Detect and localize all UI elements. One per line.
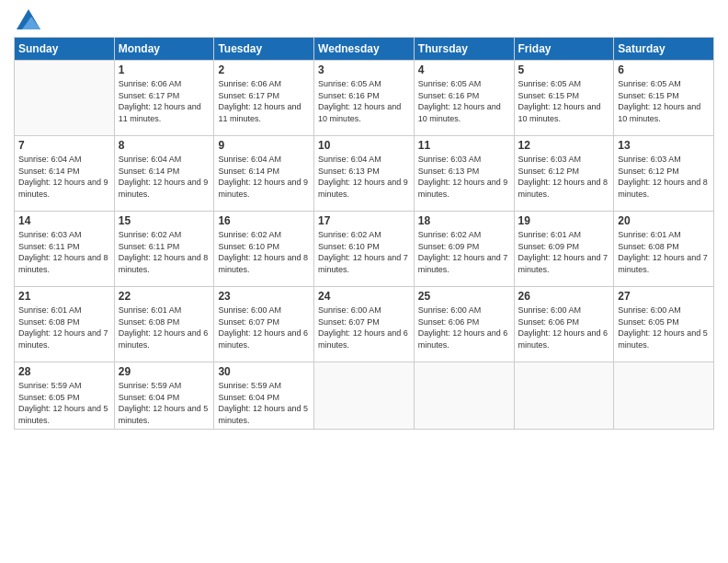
calendar-week-row: 1Sunrise: 6:06 AMSunset: 6:17 PMDaylight… [15,61,714,136]
day-info: Sunrise: 6:03 AMSunset: 6:11 PMDaylight:… [18,229,110,275]
day-number: 3 [318,63,410,76]
day-number: 21 [18,290,110,303]
day-info: Sunrise: 6:01 AMSunset: 6:08 PMDaylight:… [119,304,210,350]
day-number: 8 [119,139,210,152]
calendar-cell: 9Sunrise: 6:04 AMSunset: 6:14 PMDaylight… [214,136,314,212]
day-info: Sunrise: 6:02 AMSunset: 6:11 PMDaylight:… [119,229,210,275]
day-info: Sunrise: 6:00 AMSunset: 6:05 PMDaylight:… [618,304,710,350]
day-info: Sunrise: 6:05 AMSunset: 6:15 PMDaylight:… [618,78,710,124]
day-number: 25 [418,290,510,303]
day-number: 26 [518,290,610,303]
day-info: Sunrise: 6:04 AMSunset: 6:14 PMDaylight:… [18,154,110,200]
calendar-cell [614,362,714,430]
weekday-header: Wednesday [314,38,415,61]
day-info: Sunrise: 6:03 AMSunset: 6:12 PMDaylight:… [518,154,610,200]
day-number: 16 [218,214,310,227]
day-info: Sunrise: 6:01 AMSunset: 6:08 PMDaylight:… [618,229,710,275]
day-number: 17 [318,214,410,227]
day-number: 29 [119,365,210,378]
calendar-cell: 22Sunrise: 6:01 AMSunset: 6:08 PMDayligh… [114,287,214,362]
day-info: Sunrise: 6:05 AMSunset: 6:15 PMDaylight:… [518,78,610,124]
calendar-cell: 23Sunrise: 6:00 AMSunset: 6:07 PMDayligh… [214,287,314,362]
day-number: 22 [119,290,210,303]
calendar-cell: 5Sunrise: 6:05 AMSunset: 6:15 PMDaylight… [514,61,614,136]
logo [14,9,40,29]
calendar-cell: 14Sunrise: 6:03 AMSunset: 6:11 PMDayligh… [15,212,115,287]
day-number: 13 [618,139,710,152]
day-info: Sunrise: 5:59 AMSunset: 6:04 PMDaylight:… [119,380,210,426]
day-info: Sunrise: 6:04 AMSunset: 6:13 PMDaylight:… [318,154,410,200]
day-number: 2 [218,63,310,76]
day-info: Sunrise: 6:04 AMSunset: 6:14 PMDaylight:… [119,154,210,200]
calendar-cell: 2Sunrise: 6:06 AMSunset: 6:17 PMDaylight… [214,61,314,136]
calendar-cell: 29Sunrise: 5:59 AMSunset: 6:04 PMDayligh… [114,362,214,430]
day-info: Sunrise: 6:00 AMSunset: 6:07 PMDaylight:… [318,304,410,350]
day-info: Sunrise: 6:02 AMSunset: 6:10 PMDaylight:… [218,229,310,275]
calendar-week-row: 28Sunrise: 5:59 AMSunset: 6:05 PMDayligh… [15,362,714,430]
calendar-cell: 27Sunrise: 6:00 AMSunset: 6:05 PMDayligh… [614,287,714,362]
day-number: 28 [18,365,110,378]
day-info: Sunrise: 6:00 AMSunset: 6:06 PMDaylight:… [418,304,510,350]
day-info: Sunrise: 6:02 AMSunset: 6:10 PMDaylight:… [318,229,410,275]
calendar-cell [314,362,415,430]
day-number: 27 [618,290,710,303]
calendar-week-row: 7Sunrise: 6:04 AMSunset: 6:14 PMDaylight… [15,136,714,212]
calendar-cell: 16Sunrise: 6:02 AMSunset: 6:10 PMDayligh… [214,212,314,287]
day-number: 18 [418,214,510,227]
day-number: 6 [618,63,710,76]
day-number: 20 [618,214,710,227]
header [14,9,714,29]
calendar: SundayMondayTuesdayWednesdayThursdayFrid… [14,37,714,430]
weekday-header: Tuesday [214,38,314,61]
weekday-header: Thursday [414,38,514,61]
calendar-cell: 10Sunrise: 6:04 AMSunset: 6:13 PMDayligh… [314,136,415,212]
calendar-week-row: 14Sunrise: 6:03 AMSunset: 6:11 PMDayligh… [15,212,714,287]
calendar-cell: 20Sunrise: 6:01 AMSunset: 6:08 PMDayligh… [614,212,714,287]
day-info: Sunrise: 6:02 AMSunset: 6:09 PMDaylight:… [418,229,510,275]
calendar-cell: 7Sunrise: 6:04 AMSunset: 6:14 PMDaylight… [15,136,115,212]
day-number: 14 [18,214,110,227]
day-info: Sunrise: 6:05 AMSunset: 6:16 PMDaylight:… [418,78,510,124]
calendar-cell: 26Sunrise: 6:00 AMSunset: 6:06 PMDayligh… [514,287,614,362]
calendar-cell: 1Sunrise: 6:06 AMSunset: 6:17 PMDaylight… [114,61,214,136]
day-number: 24 [318,290,410,303]
day-number: 4 [418,63,510,76]
weekday-header: Saturday [614,38,714,61]
day-number: 15 [119,214,210,227]
calendar-week-row: 21Sunrise: 6:01 AMSunset: 6:08 PMDayligh… [15,287,714,362]
day-number: 9 [218,139,310,152]
weekday-header: Sunday [15,38,115,61]
calendar-cell: 30Sunrise: 5:59 AMSunset: 6:04 PMDayligh… [214,362,314,430]
calendar-cell [15,61,115,136]
calendar-cell: 25Sunrise: 6:00 AMSunset: 6:06 PMDayligh… [414,287,514,362]
calendar-cell: 17Sunrise: 6:02 AMSunset: 6:10 PMDayligh… [314,212,415,287]
calendar-cell: 8Sunrise: 6:04 AMSunset: 6:14 PMDaylight… [114,136,214,212]
calendar-cell: 3Sunrise: 6:05 AMSunset: 6:16 PMDaylight… [314,61,415,136]
day-info: Sunrise: 6:01 AMSunset: 6:09 PMDaylight:… [518,229,610,275]
day-number: 1 [119,63,210,76]
calendar-cell: 21Sunrise: 6:01 AMSunset: 6:08 PMDayligh… [15,287,115,362]
page: SundayMondayTuesdayWednesdayThursdayFrid… [0,0,728,563]
day-number: 7 [18,139,110,152]
calendar-cell: 18Sunrise: 6:02 AMSunset: 6:09 PMDayligh… [414,212,514,287]
calendar-cell: 12Sunrise: 6:03 AMSunset: 6:12 PMDayligh… [514,136,614,212]
day-info: Sunrise: 6:03 AMSunset: 6:12 PMDaylight:… [618,154,710,200]
day-number: 5 [518,63,610,76]
weekday-header: Monday [114,38,214,61]
day-info: Sunrise: 6:06 AMSunset: 6:17 PMDaylight:… [218,78,310,124]
day-number: 23 [218,290,310,303]
logo-icon [17,9,40,29]
day-info: Sunrise: 6:03 AMSunset: 6:13 PMDaylight:… [418,154,510,200]
day-number: 10 [318,139,410,152]
day-info: Sunrise: 5:59 AMSunset: 6:05 PMDaylight:… [18,380,110,426]
calendar-cell: 4Sunrise: 6:05 AMSunset: 6:16 PMDaylight… [414,61,514,136]
weekday-header: Friday [514,38,614,61]
calendar-cell: 24Sunrise: 6:00 AMSunset: 6:07 PMDayligh… [314,287,415,362]
calendar-cell: 6Sunrise: 6:05 AMSunset: 6:15 PMDaylight… [614,61,714,136]
calendar-cell: 28Sunrise: 5:59 AMSunset: 6:05 PMDayligh… [15,362,115,430]
day-info: Sunrise: 6:04 AMSunset: 6:14 PMDaylight:… [218,154,310,200]
day-number: 11 [418,139,510,152]
calendar-header-row: SundayMondayTuesdayWednesdayThursdayFrid… [15,38,714,61]
day-info: Sunrise: 6:01 AMSunset: 6:08 PMDaylight:… [18,304,110,350]
day-number: 30 [218,365,310,378]
